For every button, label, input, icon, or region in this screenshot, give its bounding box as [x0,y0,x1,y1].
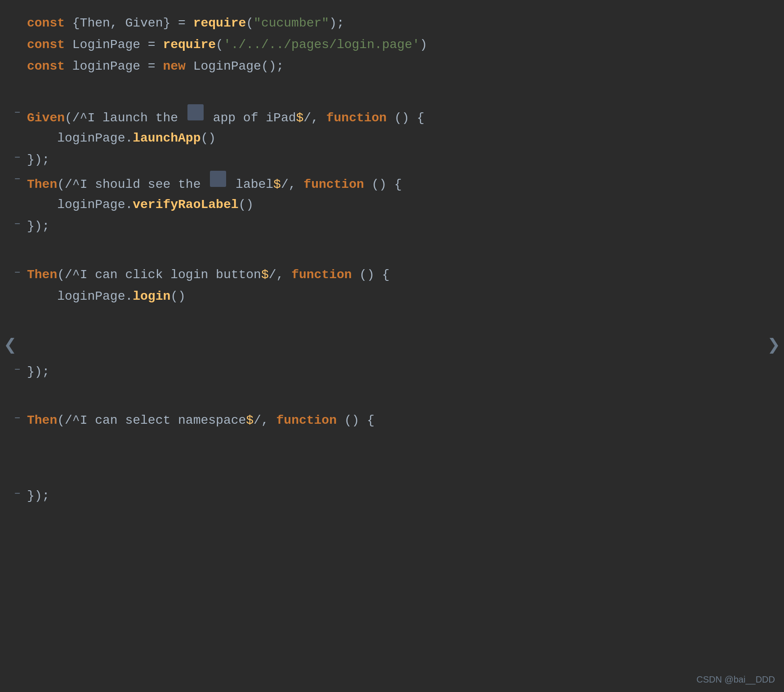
code-line-verify: loginPage. verifyRaoLabel () [27,195,766,217]
keyword-new: new [163,57,185,77]
keyword-const-3: const [27,57,65,77]
code-line-close-2: − }); [27,217,766,238]
code-editor: const {Then, Given} = require ( "cucumbe… [0,0,784,517]
method-verify-rao: verifyRaoLabel [133,195,238,215]
image-placeholder-1 [187,104,204,120]
keyword-then-3: Then [27,411,57,431]
keyword-function-4: function [276,411,337,431]
require-call: require [193,13,246,34]
keyword-const-2: const [27,35,65,55]
blank-line-2 [27,238,766,265]
code-line-then-1: − Then (/^I should see the label $ /, fu… [27,172,766,195]
method-launch-app: launchApp [133,129,200,149]
watermark: CSDN @bai__DDD [696,672,775,687]
fold-icon-1[interactable]: − [14,105,20,121]
blank-line-7 [27,459,766,486]
keyword-then-2: Then [27,265,57,285]
fold-icon-4[interactable]: − [14,217,20,232]
keyword-function-1: function [326,108,387,129]
code-line-2: const LoginPage = require ( './../../pag… [27,35,766,57]
fold-icon-7[interactable]: − [14,411,20,426]
blank-line-5 [27,384,766,411]
blank-line-4 [27,335,766,362]
blank-line-6 [27,432,766,459]
code-line-3: const loginPage = new LoginPage(); [27,57,766,78]
image-placeholder-2 [210,171,226,187]
code-line-login: loginPage. login () [27,287,766,308]
code-line-then-3: − Then (/^I can select namespace $ /, fu… [27,411,766,432]
keyword-given: Given [27,108,65,129]
code-line-given-1: − Given (/^I launch the app of iPad $ /,… [27,105,766,129]
fold-icon-6[interactable]: − [14,362,20,378]
fold-icon-8[interactable]: − [14,486,20,502]
keyword-then-1: Then [27,175,57,195]
fold-icon-5[interactable]: − [14,265,20,281]
code-line-close-4: − }); [27,486,766,508]
code-line-close-1: − }); [27,150,766,172]
keyword-function-3: function [291,265,352,285]
blank-line-1 [27,78,766,105]
nav-arrow-right[interactable]: ❯ [767,329,780,364]
code-line-then-2: − Then (/^I can click login button $ /, … [27,265,766,287]
keyword-function-2: function [303,175,364,195]
code-line-1: const {Then, Given} = require ( "cucumbe… [27,13,766,35]
code-line-close-3: − }); [27,362,766,384]
require-call-2: require [163,35,216,55]
code-line-launch: loginPage. launchApp () [27,129,766,150]
fold-icon-2[interactable]: − [14,150,20,166]
keyword-const: const [27,13,65,34]
fold-icon-3[interactable]: − [14,172,20,187]
method-login: login [133,287,170,307]
blank-line-3 [27,308,766,335]
nav-arrow-left[interactable]: ❮ [4,329,17,364]
